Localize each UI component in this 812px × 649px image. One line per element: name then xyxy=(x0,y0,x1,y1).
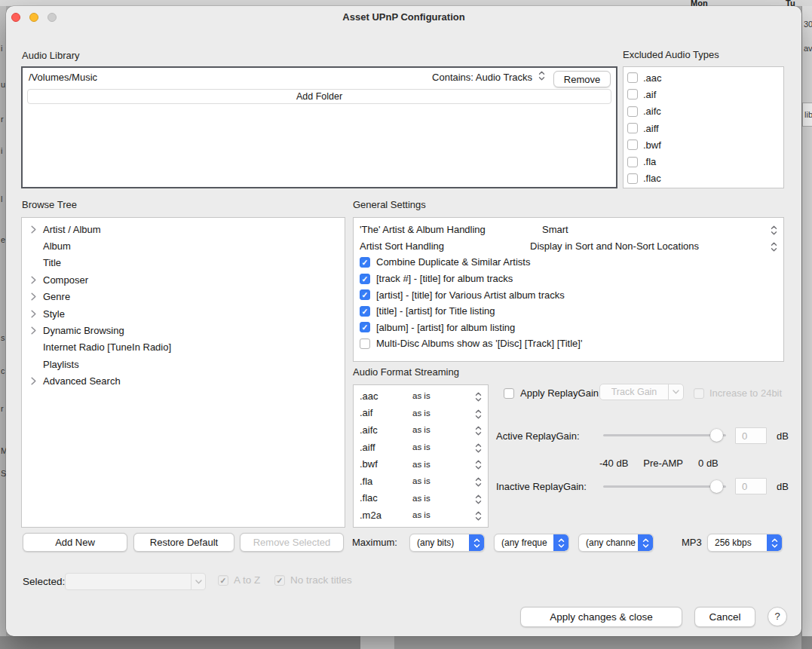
format-row[interactable]: .flac as is xyxy=(354,490,488,507)
the-artist-album-handling-row[interactable]: 'The' Artist & Album Handling Smart xyxy=(354,222,783,238)
max-bits-dropdown[interactable]: (any bits) xyxy=(409,534,485,552)
excluded-type-row[interactable]: .fla xyxy=(624,153,783,170)
maximum-label: Maximum: xyxy=(352,537,397,548)
updown-chevron-icon[interactable] xyxy=(475,459,482,473)
background-window-top-strip: MonTu xyxy=(0,0,812,6)
background-text-fragment: i xyxy=(1,44,2,53)
tree-item[interactable]: Album xyxy=(22,237,345,254)
background-text-fragment: i xyxy=(1,146,2,155)
apply-replaygain-label: Apply ReplayGain xyxy=(520,387,599,399)
slider-thumb[interactable] xyxy=(710,429,723,442)
format-row[interactable]: .aifc as is xyxy=(354,421,488,439)
checkbox[interactable] xyxy=(627,106,638,117)
remove-folder-button[interactable]: Remove xyxy=(553,71,611,87)
excluded-type-row[interactable]: .aac xyxy=(624,69,783,86)
checkbox[interactable] xyxy=(360,306,370,317)
folder-path: /Volumes/Music xyxy=(29,72,97,83)
chevron-right-icon[interactable] xyxy=(31,225,43,234)
excluded-type-row[interactable]: .bwf xyxy=(624,136,783,153)
max-frequency-dropdown[interactable]: (any freque xyxy=(494,534,569,552)
format-mode-value: as is xyxy=(412,391,431,400)
updown-chevron-icon[interactable] xyxy=(767,534,782,551)
updown-chevron-icon[interactable] xyxy=(771,225,777,238)
checkbox[interactable] xyxy=(627,139,638,150)
updown-chevron-icon[interactable] xyxy=(553,534,568,551)
checkbox[interactable] xyxy=(627,157,638,167)
chevron-right-icon[interactable] xyxy=(31,326,43,335)
active-replaygain-slider[interactable] xyxy=(603,429,726,442)
add-folder-button[interactable]: Add Folder xyxy=(27,89,611,104)
updown-chevron-icon[interactable] xyxy=(475,391,482,405)
excluded-type-row[interactable]: .aiff xyxy=(624,120,783,136)
checkbox[interactable] xyxy=(360,274,370,284)
general-setting-option[interactable]: [album] - [artist] for album listing xyxy=(354,320,783,336)
updown-chevron-icon[interactable] xyxy=(638,534,653,551)
tree-item[interactable]: Playlists xyxy=(22,356,345,372)
checkbox[interactable] xyxy=(627,72,638,83)
max-channels-dropdown[interactable]: (any channe xyxy=(578,534,654,552)
chevron-down-icon xyxy=(191,574,205,589)
chevron-right-icon[interactable] xyxy=(31,310,43,318)
mp3-bitrate-dropdown[interactable]: 256 kbps xyxy=(707,534,783,552)
tree-item[interactable]: Composer xyxy=(22,271,345,288)
format-mode-value: as is xyxy=(412,494,431,503)
scale-preamp-label: Pre-AMP xyxy=(643,458,683,469)
tree-item[interactable]: Dynamic Browsing xyxy=(22,322,345,338)
chevron-right-icon[interactable] xyxy=(31,276,43,284)
updown-chevron-icon[interactable] xyxy=(475,494,482,507)
tree-item[interactable]: Artist / Album xyxy=(22,221,345,237)
chevron-right-icon[interactable] xyxy=(31,377,43,385)
checkbox[interactable] xyxy=(360,322,370,332)
excluded-type-row[interactable]: .aif xyxy=(624,86,783,103)
excluded-type-row[interactable]: .flac xyxy=(624,170,783,187)
format-mode-value: as is xyxy=(412,442,431,452)
general-setting-option[interactable]: Multi-Disc Albums show as '[Disc] [Track… xyxy=(354,335,783,352)
format-row[interactable]: .aiff as is xyxy=(354,439,488,456)
slider-thumb[interactable] xyxy=(710,480,723,493)
updown-chevron-icon[interactable] xyxy=(475,510,482,524)
format-row[interactable]: .bwf as is xyxy=(354,455,488,473)
general-setting-option[interactable]: Combine Duplicate & Similar Artists xyxy=(354,254,783,271)
artist-sort-handling-row[interactable]: Artist Sort Handling Display in Sort and… xyxy=(354,238,783,255)
inactive-replaygain-slider[interactable] xyxy=(603,480,726,493)
format-row[interactable]: .m2a as is xyxy=(354,507,488,524)
updown-chevron-icon[interactable] xyxy=(771,241,777,255)
general-setting-option[interactable]: [title] - [artist] for Title listing xyxy=(354,303,783,320)
help-button[interactable]: ? xyxy=(768,607,787,626)
tree-item[interactable]: Style xyxy=(22,305,345,322)
tree-item[interactable]: Genre xyxy=(22,289,345,305)
updown-chevron-icon[interactable] xyxy=(475,442,482,456)
library-folder-row[interactable]: /Volumes/Music Contains: Audio Tracks Re… xyxy=(23,68,616,87)
general-setting-option[interactable]: [track #] - [title] for album tracks xyxy=(354,271,783,287)
format-row[interactable]: .aac as is xyxy=(354,387,488,405)
restore-default-button[interactable]: Restore Default xyxy=(133,533,234,552)
excluded-type-row[interactable]: .aifc xyxy=(624,103,783,120)
updown-chevron-icon[interactable] xyxy=(475,409,482,422)
checkbox[interactable] xyxy=(627,89,638,99)
updown-chevron-icon[interactable] xyxy=(475,425,482,439)
tree-item[interactable]: Advanced Search xyxy=(22,373,345,390)
apply-replaygain-checkbox[interactable] xyxy=(504,388,514,399)
contains-dropdown[interactable]: Contains: Audio Tracks xyxy=(432,71,545,83)
cancel-button[interactable]: Cancel xyxy=(694,607,755,627)
updown-chevron-icon[interactable] xyxy=(469,534,484,551)
general-setting-option[interactable]: [artist] - [title] for Various Artist al… xyxy=(354,286,783,303)
format-row[interactable]: .fla as is xyxy=(354,473,488,490)
apply-changes-close-button[interactable]: Apply changes & close xyxy=(520,607,682,627)
checkbox[interactable] xyxy=(360,257,370,268)
add-new-button[interactable]: Add New xyxy=(23,533,127,552)
audio-format-streaming-heading: Audio Format Streaming xyxy=(353,366,459,378)
checkbox[interactable] xyxy=(627,123,638,133)
tree-item[interactable]: Internet Radio [TuneIn Radio] xyxy=(22,339,345,356)
checkbox[interactable] xyxy=(627,173,638,184)
audio-library-list: /Volumes/Music Contains: Audio Tracks Re… xyxy=(21,66,617,188)
chevron-right-icon[interactable] xyxy=(31,292,43,301)
format-row[interactable]: .aif as is xyxy=(354,405,488,422)
active-replaygain-label: Active ReplayGain: xyxy=(496,430,580,442)
checkbox[interactable] xyxy=(360,338,370,349)
apply-replaygain-row[interactable]: Apply ReplayGain xyxy=(504,387,599,399)
tree-item[interactable]: Title xyxy=(22,255,345,271)
checkbox[interactable] xyxy=(360,289,370,300)
updown-chevron-icon[interactable] xyxy=(475,476,482,490)
scale-max-label: 0 dB xyxy=(698,458,719,469)
